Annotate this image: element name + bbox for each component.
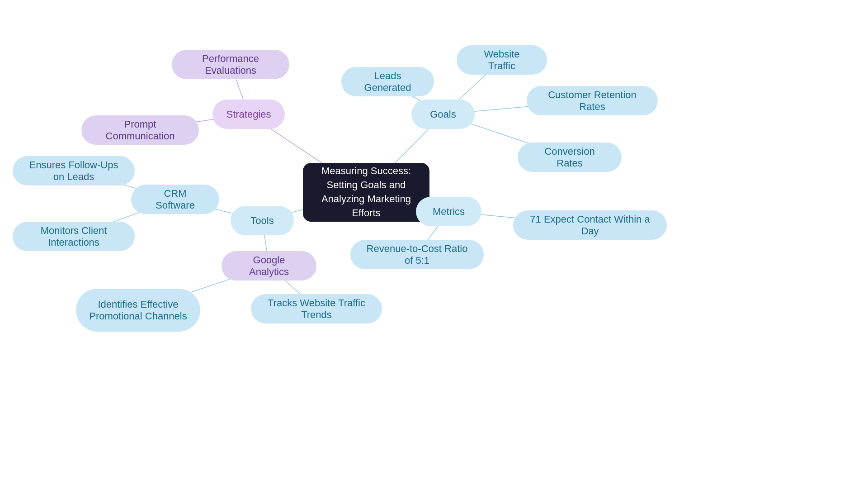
identifies-promotional-node: Identifies Effective Promotional Channel… xyxy=(76,289,200,332)
ensures-followups-node: Ensures Follow-Ups on Leads xyxy=(13,156,135,186)
tracks-website-label: Tracks Website Traffic Trends xyxy=(264,297,369,321)
leads-generated-node: Leads Generated xyxy=(341,67,434,96)
prompt-communication-label: Prompt Communication xyxy=(94,119,186,142)
customer-retention-label: Customer Retention Rates xyxy=(539,89,645,113)
website-traffic-label: Website Traffic xyxy=(469,48,534,72)
ensures-followups-label: Ensures Follow-Ups on Leads xyxy=(25,159,122,183)
performance-label: Performance Evaluations xyxy=(184,53,277,76)
expect-contact-label: 71 Expect Contact Within a Day xyxy=(526,214,654,237)
conversion-rates-label: Conversion Rates xyxy=(530,146,609,169)
conversion-rates-node: Conversion Rates xyxy=(518,143,622,172)
revenue-cost-node: Revenue-to-Cost Ratio of 5:1 xyxy=(350,240,484,269)
tracks-website-node: Tracks Website Traffic Trends xyxy=(251,294,382,323)
prompt-communication-node: Prompt Communication xyxy=(81,115,199,145)
expect-contact-node: 71 Expect Contact Within a Day xyxy=(513,210,667,240)
google-analytics-node: Google Analytics xyxy=(222,251,316,281)
center-label: Measuring Success: Setting Goals and Ana… xyxy=(316,164,417,220)
monitors-client-node: Monitors Client Interactions xyxy=(13,222,135,251)
revenue-cost-label: Revenue-to-Cost Ratio of 5:1 xyxy=(363,243,471,266)
identifies-promotional-label: Identifies Effective Promotional Channel… xyxy=(89,299,188,322)
goals-label: Goals xyxy=(430,109,456,120)
monitors-client-label: Monitors Client Interactions xyxy=(25,225,122,248)
crm-label: CRM Software xyxy=(144,188,207,211)
strategies-label: Strategies xyxy=(226,109,271,120)
strategies-node: Strategies xyxy=(212,100,285,129)
crm-software-node: CRM Software xyxy=(131,185,219,214)
tools-node: Tools xyxy=(231,206,294,235)
google-analytics-label: Google Analytics xyxy=(234,254,304,278)
metrics-label: Metrics xyxy=(433,206,465,218)
metrics-node: Metrics xyxy=(416,197,481,226)
leads-generated-label: Leads Generated xyxy=(354,70,421,94)
performance-evaluations-node: Performance Evaluations xyxy=(172,50,289,79)
goals-node: Goals xyxy=(411,100,475,129)
website-traffic-node: Website Traffic xyxy=(457,45,547,75)
tools-label: Tools xyxy=(250,215,274,227)
customer-retention-node: Customer Retention Rates xyxy=(527,86,658,115)
center-node: Measuring Success: Setting Goals and Ana… xyxy=(303,163,429,222)
